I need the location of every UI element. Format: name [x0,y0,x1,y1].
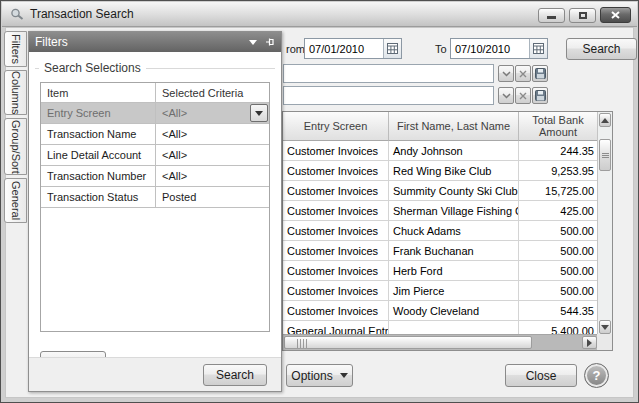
cell-amount: 500.00 [519,261,598,280]
maximize-button[interactable] [569,8,596,23]
side-tab-general[interactable]: General [4,178,27,223]
cell-amount: 500.00 [519,281,598,300]
combo1-save-button[interactable] [532,65,548,82]
side-tab-columns[interactable]: Columns [4,70,27,115]
close-button[interactable]: Close [505,364,577,387]
filter-grid-body: Entry Screen<All>Transaction Name<All>Li… [41,103,269,208]
filter-combo-input-2[interactable] [283,86,494,105]
pushpin-icon[interactable] [265,37,275,47]
panel-collapse-icon[interactable] [249,40,257,45]
filter-row[interactable]: Line Detail Account<All> [41,145,269,166]
filter-row[interactable]: Transaction StatusPosted [41,187,269,208]
options-button[interactable]: Options [286,364,353,387]
filter-criteria-value: <All> [156,166,269,186]
cell-amount: 244.35 [519,141,598,160]
combo1-clear-button[interactable] [515,65,531,82]
filters-search-button[interactable]: Search [203,364,267,386]
cell-amount: 544.35 [519,301,598,320]
floppy-disk-icon [535,68,546,79]
combo2-save-button[interactable] [532,87,548,104]
from-date-input[interactable]: 07/01/2010 [304,38,402,59]
vertical-scrollbar[interactable] [597,112,612,335]
x-icon [519,70,527,78]
to-date-input[interactable]: 07/10/2010 [450,38,548,59]
filter-criteria-value: <All> [156,124,269,144]
table-row[interactable]: Customer InvoicesSherman Village Fishing… [283,201,598,221]
cell-entry-screen: Customer Invoices [283,161,389,180]
from-calendar-button[interactable] [383,39,401,58]
from-date-value: 07/01/2010 [305,39,383,58]
close-window-button[interactable] [600,7,631,23]
side-tab-group-sort[interactable]: Group/Sort [4,118,27,175]
transaction-search-window: Transaction Search rom 07/01/2010 To 07/… [0,0,639,403]
cell-entry-screen: Customer Invoices [283,221,389,240]
filters-panel-footer: Search [29,357,281,391]
column-header-name[interactable]: First Name, Last Name [389,112,519,141]
scroll-grip-icon [297,339,308,348]
to-date-value: 07/10/2010 [451,39,529,58]
vertical-scroll-thumb[interactable] [599,139,611,171]
chevron-down-icon [255,111,263,116]
minimize-button[interactable] [538,8,565,23]
filter-row[interactable]: Transaction Number<All> [41,166,269,187]
results-header-row: Entry Screen First Name, Last Name Total… [283,112,598,141]
cell-name: Sherman Village Fishing C [389,201,519,220]
filter-criteria-value: Posted [156,187,269,207]
table-row[interactable]: Customer InvoicesRed Wing Bike Club9,253… [283,161,598,181]
cell-entry-screen: Customer Invoices [283,141,389,160]
cell-entry-screen: Customer Invoices [283,281,389,300]
filter-row[interactable]: Transaction Name<All> [41,124,269,145]
cell-entry-screen: Customer Invoices [283,181,389,200]
scroll-up-button[interactable] [599,113,611,127]
table-row[interactable]: Customer InvoicesWoody Cleveland544.35 [283,301,598,321]
scroll-right-button[interactable] [582,336,597,349]
combo1-dropdown-button[interactable] [498,65,514,82]
combo2-dropdown-button[interactable] [498,87,514,104]
filter-grid-header-item: Item [41,83,156,102]
filter-item-label: Entry Screen [41,103,156,123]
filters-panel-body: Search Selections Item Selected Criteria… [29,52,281,357]
cell-amount: 15,725.00 [519,181,598,200]
filter-criteria-grid: Item Selected Criteria Entry Screen<All>… [40,82,270,332]
search-selections-label: Search Selections [39,61,146,75]
chevron-down-icon [502,71,511,77]
titlebar[interactable]: Transaction Search [2,2,637,27]
filters-panel-header[interactable]: Filters [29,32,281,52]
side-tab-filters[interactable]: Filters [4,31,27,67]
cell-amount: 500.00 [519,221,598,240]
help-button[interactable]: ? [584,363,609,388]
question-mark-icon: ? [593,368,601,383]
calendar-icon [387,43,398,54]
options-button-label: Options [291,369,332,383]
results-table: Entry Screen First Name, Last Name Total… [282,111,613,351]
cell-name: Chuck Adams [389,221,519,240]
horizontal-scroll-thumb[interactable] [284,336,532,349]
horizontal-scrollbar[interactable] [283,334,598,350]
cell-name: Jim Pierce [389,281,519,300]
arrow-right-icon [587,339,592,347]
to-calendar-button[interactable] [529,39,547,58]
column-header-total-bank-amount[interactable]: Total Bank Amount [519,112,598,141]
search-window-icon [10,8,24,21]
table-row[interactable]: Customer InvoicesChuck Adams500.00 [283,221,598,241]
cell-name: Woody Cleveland [389,301,519,320]
combo2-clear-button[interactable] [515,87,531,104]
maximize-icon [579,12,587,19]
table-row[interactable]: Customer InvoicesHerb Ford500.00 [283,261,598,281]
filter-grid-header: Item Selected Criteria [41,83,269,103]
cell-name: Herb Ford [389,261,519,280]
table-row[interactable]: Customer InvoicesJim Pierce500.00 [283,281,598,301]
filter-row[interactable]: Entry Screen<All> [41,103,269,124]
table-row[interactable]: Customer InvoicesFrank Buchanan500.00 [283,241,598,261]
table-row[interactable]: Customer InvoicesSummity County Ski Club… [283,181,598,201]
floppy-disk-icon [535,90,546,101]
chevron-down-icon [340,373,348,378]
criteria-dropdown-button[interactable] [250,104,268,122]
search-button[interactable]: Search [566,38,637,60]
cell-name: Summity County Ski Club [389,181,519,200]
filter-item-label: Transaction Status [41,187,156,207]
column-header-entry-screen[interactable]: Entry Screen [283,112,389,141]
scroll-down-button[interactable] [599,320,611,334]
filter-combo-input-1[interactable] [283,64,494,83]
table-row[interactable]: Customer InvoicesAndy Johnson244.35 [283,141,598,161]
